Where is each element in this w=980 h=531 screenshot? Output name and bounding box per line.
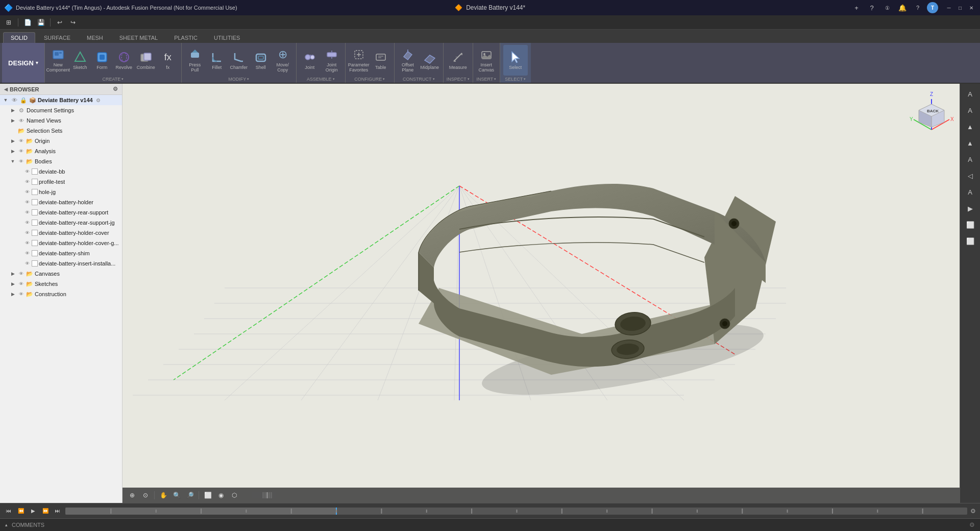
assemble-btn1[interactable]: Joint: [300, 47, 320, 74]
measure-btn[interactable]: ↔ Measure: [448, 47, 468, 74]
sidebar-item-sketches[interactable]: ▶ 👁 📂 Sketches: [0, 279, 122, 289]
sidebar-item-rear-support[interactable]: 👁 deviate-battery-rear-support: [0, 207, 122, 218]
rp-btn8[interactable]: ▶: [963, 201, 977, 215]
tab-sheet-metal[interactable]: SHEET METAL: [112, 32, 165, 43]
insert-installa-visibility[interactable]: 👁: [23, 260, 31, 267]
user-avatar[interactable]: T: [927, 2, 938, 13]
bell-icon[interactable]: 🔔: [896, 2, 909, 14]
rear-support-jg-checkbox[interactable]: [32, 220, 38, 226]
rear-support-visibility[interactable]: 👁: [23, 209, 31, 216]
battery-holder-visibility[interactable]: 👁: [23, 199, 31, 206]
browser-collapse-icon[interactable]: ◀: [4, 87, 8, 92]
configure-btn1[interactable]: ParameterFavorites: [349, 46, 369, 75]
tab-utilities[interactable]: UTILITIES: [206, 32, 248, 43]
form-btn[interactable]: Form: [92, 47, 112, 74]
bodies-visibility[interactable]: 👁: [17, 158, 24, 165]
grid-menu-btn[interactable]: ⊞: [3, 17, 14, 28]
new-component-btn[interactable]: NewComponent: [48, 46, 68, 75]
named-views-expand[interactable]: ▶: [9, 117, 16, 124]
modify-btn4[interactable]: Shell: [251, 47, 271, 74]
rp-btn6[interactable]: ◁: [963, 168, 977, 183]
sidebar-item-battery-holder[interactable]: 👁 deviate-battery-holder: [0, 197, 122, 207]
select-btn[interactable]: Select: [503, 45, 528, 76]
deviate-bb-visibility[interactable]: 👁: [23, 168, 31, 175]
construction-visibility[interactable]: 👁: [17, 291, 24, 298]
construct-label[interactable]: CONSTRUCT ▾: [403, 76, 435, 82]
holder-cover-g-visibility[interactable]: 👁: [23, 239, 31, 247]
holder-cover-g-checkbox[interactable]: [32, 240, 38, 246]
question-icon[interactable]: ?: [866, 2, 878, 14]
tab-mesh[interactable]: MESH: [79, 32, 111, 43]
insert-installa-checkbox[interactable]: [32, 260, 38, 267]
sidebar-item-deviate-bb[interactable]: 👁 deviate-bb: [0, 166, 122, 177]
analysis-visibility[interactable]: 👁: [17, 148, 24, 155]
comments-expand-btn[interactable]: ▴: [5, 522, 8, 527]
sketches-visibility[interactable]: 👁: [17, 280, 24, 287]
sketch-btn[interactable]: Sketch: [70, 47, 90, 74]
root-visibility-icon[interactable]: 👁: [10, 96, 18, 104]
tree-root[interactable]: ▼ 👁 🔒 📦 Deviate Battery v144 ⚙: [0, 95, 122, 105]
insert-btn1[interactable]: InsertCanvas: [476, 46, 497, 75]
rp-btn9[interactable]: ⬜: [963, 218, 977, 232]
timeline-settings-icon[interactable]: ⚙: [970, 508, 976, 515]
rp-btn2[interactable]: A: [963, 103, 977, 117]
rp-btn5[interactable]: A: [963, 152, 977, 166]
timeline-step-fwd[interactable]: ⏩: [41, 506, 50, 516]
root-expand-icon[interactable]: ▼: [2, 96, 9, 104]
user-count-icon[interactable]: ①: [881, 2, 893, 14]
timeline-rewind[interactable]: ⏮: [4, 506, 13, 516]
rp-btn10[interactable]: ⬜: [963, 234, 977, 248]
canvases-expand[interactable]: ▶: [9, 270, 16, 277]
viewport[interactable]: X Y Z BACK ⊕ ⊙ ✋ 🔍 🔎 ⬜ ◉ ⬡: [122, 84, 960, 503]
redo-btn[interactable]: ↪: [67, 17, 79, 28]
sidebar-item-analysis[interactable]: ▶ 👁 📂 Analysis: [0, 146, 122, 156]
rear-support-jg-visibility[interactable]: 👁: [23, 219, 31, 226]
close-btn[interactable]: ✕: [967, 3, 976, 12]
sidebar-item-doc-settings[interactable]: ▶ ⚙ Document Settings: [0, 105, 122, 115]
configure-btn2[interactable]: Table: [371, 47, 391, 74]
insert-label[interactable]: INSERT ▾: [476, 76, 496, 82]
view-cube[interactable]: X Y Z BACK: [909, 89, 954, 135]
rp-btn3[interactable]: ▲: [963, 119, 977, 134]
comments-settings-icon[interactable]: ⚙: [969, 521, 975, 528]
sidebar-item-selection-sets[interactable]: 📂 Selection Sets: [0, 126, 122, 136]
analysis-expand[interactable]: ▶: [9, 148, 16, 155]
tab-solid[interactable]: SOLID: [3, 32, 35, 43]
sidebar-item-construction[interactable]: ▶ 👁 📂 Construction: [0, 289, 122, 299]
sidebar-item-battery-shim[interactable]: 👁 deviate-battery-shim: [0, 248, 122, 258]
sidebar-item-profile-test[interactable]: 👁 profile-test: [0, 177, 122, 187]
grid-btn[interactable]: ◉: [215, 490, 227, 501]
construct-btn1[interactable]: OffsetPlane: [398, 46, 418, 75]
timeline-step-back[interactable]: ⏪: [16, 506, 26, 516]
visual-style-btn[interactable]: ⬡: [229, 490, 240, 501]
sidebar-item-origin[interactable]: ▶ 👁 📂 Origin: [0, 136, 122, 146]
bodies-expand[interactable]: ▼: [9, 158, 16, 165]
save-btn[interactable]: 💾: [35, 17, 46, 28]
display-mode-btn[interactable]: ⬜: [202, 490, 213, 501]
origin-visibility[interactable]: 👁: [17, 137, 24, 144]
profile-test-visibility[interactable]: 👁: [23, 178, 31, 185]
design-button[interactable]: DESIGN ▾: [2, 43, 45, 83]
minimize-btn[interactable]: ─: [944, 3, 953, 12]
sidebar-item-rear-support-jg[interactable]: 👁 deviate-battery-rear-support-jg: [0, 218, 122, 228]
modify-btn3[interactable]: Chamfer: [229, 47, 249, 74]
hole-jg-checkbox[interactable]: [32, 189, 38, 195]
timeline-end[interactable]: ⏭: [53, 506, 62, 516]
inspect-label[interactable]: INSPECT ▾: [447, 76, 470, 82]
help-icon[interactable]: ?: [912, 2, 924, 14]
sidebar-item-holder-cover-g[interactable]: 👁 deviate-battery-holder-cover-g...: [0, 238, 122, 248]
sidebar-item-canvases[interactable]: ▶ 👁 📂 Canvases: [0, 269, 122, 279]
sidebar-item-insert-installa[interactable]: 👁 deviate-battery-insert-installa...: [0, 258, 122, 269]
plus-icon[interactable]: +: [850, 2, 863, 14]
create-label[interactable]: CREATE ▾: [102, 76, 124, 82]
timeline-track[interactable]: [65, 508, 967, 515]
origin-expand[interactable]: ▶: [9, 137, 16, 144]
root-settings-icon[interactable]: ⚙: [96, 98, 101, 103]
doc-settings-expand[interactable]: ▶: [9, 107, 16, 114]
battery-holder-checkbox[interactable]: [32, 199, 38, 205]
undo-btn[interactable]: ↩: [54, 17, 65, 28]
hole-jg-visibility[interactable]: 👁: [23, 188, 31, 196]
tab-surface[interactable]: SURFACE: [36, 32, 78, 43]
profile-test-checkbox[interactable]: [32, 179, 38, 185]
rp-btn1[interactable]: A: [963, 87, 977, 101]
